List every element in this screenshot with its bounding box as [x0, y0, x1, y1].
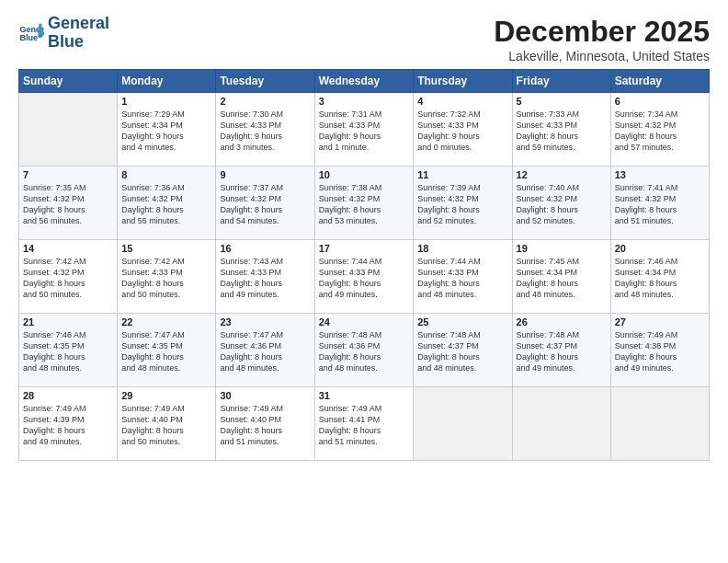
calendar-day-cell: 23Sunrise: 7:47 AMSunset: 4:36 PMDayligh… — [216, 314, 314, 387]
calendar-day-cell: 17Sunrise: 7:44 AMSunset: 4:33 PMDayligh… — [314, 240, 414, 314]
svg-text:Blue: Blue — [19, 33, 38, 42]
day-number: 30 — [220, 390, 310, 401]
calendar-day-cell — [610, 387, 709, 461]
calendar-day-cell — [414, 387, 512, 461]
day-info: Sunrise: 7:49 AMSunset: 4:38 PMDaylight:… — [615, 329, 705, 374]
calendar-day-cell — [19, 93, 118, 167]
day-number: 29 — [121, 390, 211, 401]
weekday-header: Wednesday — [314, 70, 414, 93]
calendar-day-cell: 15Sunrise: 7:42 AMSunset: 4:33 PMDayligh… — [118, 240, 216, 314]
calendar-header-row: SundayMondayTuesdayWednesdayThursdayFrid… — [19, 70, 710, 93]
calendar-day-cell: 8Sunrise: 7:36 AMSunset: 4:32 PMDaylight… — [118, 167, 216, 240]
day-info: Sunrise: 7:46 AMSunset: 4:35 PMDaylight:… — [23, 329, 113, 374]
calendar-day-cell: 16Sunrise: 7:43 AMSunset: 4:33 PMDayligh… — [216, 240, 314, 314]
calendar-week-row: 7Sunrise: 7:35 AMSunset: 4:32 PMDaylight… — [19, 167, 710, 240]
day-number: 1 — [121, 96, 211, 107]
calendar-day-cell: 30Sunrise: 7:49 AMSunset: 4:40 PMDayligh… — [216, 387, 314, 461]
day-number: 18 — [417, 243, 507, 254]
calendar-table: SundayMondayTuesdayWednesdayThursdayFrid… — [18, 69, 710, 461]
day-number: 19 — [517, 243, 607, 254]
day-number: 24 — [319, 316, 410, 327]
logo-icon: General Blue — [18, 20, 44, 46]
weekday-header: Monday — [118, 70, 216, 93]
day-info: Sunrise: 7:48 AMSunset: 4:37 PMDaylight:… — [517, 329, 607, 374]
calendar-day-cell: 4Sunrise: 7:32 AMSunset: 4:33 PMDaylight… — [414, 93, 512, 167]
calendar-day-cell: 10Sunrise: 7:38 AMSunset: 4:32 PMDayligh… — [314, 167, 414, 240]
weekday-header: Thursday — [414, 70, 512, 93]
calendar-day-cell: 24Sunrise: 7:48 AMSunset: 4:36 PMDayligh… — [314, 314, 414, 387]
day-number: 5 — [517, 96, 607, 107]
day-info: Sunrise: 7:49 AMSunset: 4:41 PMDaylight:… — [319, 403, 410, 448]
day-info: Sunrise: 7:49 AMSunset: 4:40 PMDaylight:… — [220, 403, 310, 448]
calendar-day-cell: 31Sunrise: 7:49 AMSunset: 4:41 PMDayligh… — [314, 387, 414, 461]
calendar-day-cell: 14Sunrise: 7:42 AMSunset: 4:32 PMDayligh… — [19, 240, 118, 314]
month-title: December 2025 — [494, 15, 710, 49]
calendar-day-cell: 13Sunrise: 7:41 AMSunset: 4:32 PMDayligh… — [610, 167, 709, 240]
calendar-day-cell: 18Sunrise: 7:44 AMSunset: 4:33 PMDayligh… — [414, 240, 512, 314]
day-number: 8 — [121, 169, 211, 180]
logo: General Blue General Blue — [18, 15, 109, 52]
day-number: 28 — [23, 390, 113, 401]
day-info: Sunrise: 7:32 AMSunset: 4:33 PMDaylight:… — [417, 109, 507, 154]
day-number: 7 — [23, 169, 113, 180]
day-info: Sunrise: 7:33 AMSunset: 4:33 PMDaylight:… — [517, 109, 607, 154]
day-info: Sunrise: 7:48 AMSunset: 4:37 PMDaylight:… — [417, 329, 507, 374]
day-number: 16 — [220, 243, 310, 254]
day-info: Sunrise: 7:38 AMSunset: 4:32 PMDaylight:… — [319, 182, 410, 227]
calendar-day-cell: 6Sunrise: 7:34 AMSunset: 4:32 PMDaylight… — [610, 93, 709, 167]
day-number: 14 — [23, 243, 113, 254]
calendar-day-cell: 12Sunrise: 7:40 AMSunset: 4:32 PMDayligh… — [512, 167, 610, 240]
calendar-day-cell: 20Sunrise: 7:46 AMSunset: 4:34 PMDayligh… — [610, 240, 709, 314]
calendar-week-row: 14Sunrise: 7:42 AMSunset: 4:32 PMDayligh… — [19, 240, 710, 314]
day-number: 13 — [615, 169, 705, 180]
page-container: General Blue General Blue December 2025 … — [0, 0, 728, 470]
day-info: Sunrise: 7:49 AMSunset: 4:39 PMDaylight:… — [23, 403, 113, 448]
title-block: December 2025 Lakeville, Minnesota, Unit… — [494, 15, 710, 63]
day-number: 20 — [615, 243, 705, 254]
weekday-header: Tuesday — [216, 70, 314, 93]
day-info: Sunrise: 7:34 AMSunset: 4:32 PMDaylight:… — [615, 109, 705, 154]
day-number: 26 — [517, 316, 607, 327]
calendar-day-cell: 21Sunrise: 7:46 AMSunset: 4:35 PMDayligh… — [19, 314, 118, 387]
calendar-day-cell: 29Sunrise: 7:49 AMSunset: 4:40 PMDayligh… — [118, 387, 216, 461]
calendar-week-row: 1Sunrise: 7:29 AMSunset: 4:34 PMDaylight… — [19, 93, 710, 167]
calendar-day-cell: 7Sunrise: 7:35 AMSunset: 4:32 PMDaylight… — [19, 167, 118, 240]
day-info: Sunrise: 7:39 AMSunset: 4:32 PMDaylight:… — [417, 182, 507, 227]
day-number: 11 — [417, 169, 507, 180]
calendar-day-cell: 2Sunrise: 7:30 AMSunset: 4:33 PMDaylight… — [216, 93, 314, 167]
calendar-day-cell: 28Sunrise: 7:49 AMSunset: 4:39 PMDayligh… — [19, 387, 118, 461]
day-info: Sunrise: 7:47 AMSunset: 4:35 PMDaylight:… — [121, 329, 211, 374]
day-number: 31 — [319, 390, 410, 401]
day-number: 12 — [517, 169, 607, 180]
day-info: Sunrise: 7:46 AMSunset: 4:34 PMDaylight:… — [615, 256, 705, 301]
day-info: Sunrise: 7:30 AMSunset: 4:33 PMDaylight:… — [220, 109, 310, 154]
day-info: Sunrise: 7:47 AMSunset: 4:36 PMDaylight:… — [220, 329, 310, 374]
logo-text-line2: Blue — [48, 33, 109, 52]
day-info: Sunrise: 7:49 AMSunset: 4:40 PMDaylight:… — [121, 403, 211, 448]
day-number: 25 — [417, 316, 507, 327]
calendar-day-cell: 22Sunrise: 7:47 AMSunset: 4:35 PMDayligh… — [118, 314, 216, 387]
day-info: Sunrise: 7:45 AMSunset: 4:34 PMDaylight:… — [517, 256, 607, 301]
day-number: 15 — [121, 243, 211, 254]
day-number: 23 — [220, 316, 310, 327]
day-number: 4 — [417, 96, 507, 107]
calendar-day-cell — [512, 387, 610, 461]
location: Lakeville, Minnesota, United States — [494, 49, 710, 63]
day-info: Sunrise: 7:31 AMSunset: 4:33 PMDaylight:… — [319, 109, 410, 154]
calendar-day-cell: 11Sunrise: 7:39 AMSunset: 4:32 PMDayligh… — [414, 167, 512, 240]
day-info: Sunrise: 7:41 AMSunset: 4:32 PMDaylight:… — [615, 182, 705, 227]
day-info: Sunrise: 7:48 AMSunset: 4:36 PMDaylight:… — [319, 329, 410, 374]
day-number: 2 — [220, 96, 310, 107]
logo-text-line1: General — [48, 15, 109, 33]
calendar-day-cell: 9Sunrise: 7:37 AMSunset: 4:32 PMDaylight… — [216, 167, 314, 240]
day-info: Sunrise: 7:29 AMSunset: 4:34 PMDaylight:… — [121, 109, 211, 154]
day-info: Sunrise: 7:44 AMSunset: 4:33 PMDaylight:… — [417, 256, 507, 301]
day-info: Sunrise: 7:36 AMSunset: 4:32 PMDaylight:… — [121, 182, 211, 227]
day-info: Sunrise: 7:43 AMSunset: 4:33 PMDaylight:… — [220, 256, 310, 301]
day-info: Sunrise: 7:35 AMSunset: 4:32 PMDaylight:… — [23, 182, 113, 227]
day-number: 6 — [615, 96, 705, 107]
calendar-day-cell: 3Sunrise: 7:31 AMSunset: 4:33 PMDaylight… — [314, 93, 414, 167]
day-number: 17 — [319, 243, 410, 254]
day-info: Sunrise: 7:42 AMSunset: 4:32 PMDaylight:… — [23, 256, 113, 301]
day-number: 3 — [319, 96, 410, 107]
